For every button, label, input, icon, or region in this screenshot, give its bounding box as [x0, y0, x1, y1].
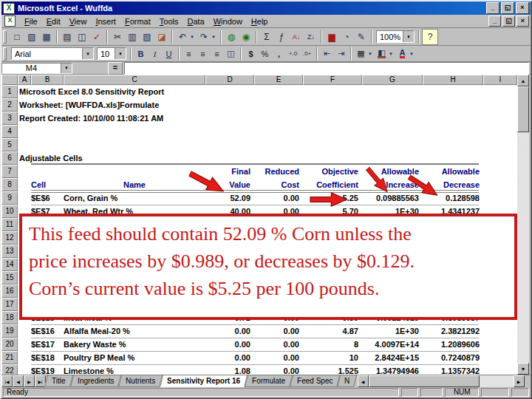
- scroll-down-icon[interactable]: ▼: [517, 363, 529, 375]
- row-header[interactable]: 16: [1, 284, 18, 298]
- first-tab-icon[interactable]: |◀: [1, 375, 13, 387]
- cell[interactable]: 0.00: [205, 340, 254, 349]
- row-header[interactable]: 7: [1, 165, 18, 178]
- cell[interactable]: 0.00: [254, 194, 303, 202]
- italic-icon[interactable]: I: [148, 47, 162, 61]
- web-toolbar-icon[interactable]: ◍: [224, 30, 239, 44]
- next-tab-icon[interactable]: ▶: [24, 375, 35, 387]
- cell[interactable]: $E$19: [31, 366, 64, 375]
- cell[interactable]: 0.00: [254, 353, 303, 362]
- column-header-c[interactable]: C: [64, 75, 205, 85]
- horizontal-scrollbar[interactable]: ◀ ▶: [358, 375, 525, 387]
- sort-descending-icon[interactable]: Z↓: [304, 30, 318, 44]
- column-header-e[interactable]: E: [254, 75, 303, 85]
- column-header-h[interactable]: H: [423, 75, 483, 85]
- cell[interactable]: Worksheet: [WUFFDA.xls]Formulate: [18, 100, 159, 109]
- menu-edit[interactable]: Edit: [42, 16, 65, 27]
- column-header-g[interactable]: G: [362, 75, 423, 85]
- redo-icon[interactable]: ↷: [197, 30, 211, 44]
- row-header[interactable]: 9: [1, 191, 18, 205]
- open-icon[interactable]: ▨: [24, 30, 39, 44]
- undo-dropdown-icon[interactable]: ▼: [190, 35, 197, 39]
- cell[interactable]: 2.3821292: [423, 327, 483, 335]
- column-header-d[interactable]: D: [205, 75, 254, 85]
- cell[interactable]: Microsoft Excel 8.0 Sensitivity Report: [18, 87, 164, 96]
- callout-box[interactable]: This feed should contain 52.09 % Corn un…: [19, 214, 517, 320]
- menu-view[interactable]: View: [65, 16, 92, 27]
- cell[interactable]: 1.525: [303, 366, 362, 375]
- cell[interactable]: Alfalfa Meal-20 %: [64, 327, 205, 335]
- redo-dropdown-icon[interactable]: ▼: [211, 35, 218, 39]
- menu-data[interactable]: Data: [183, 16, 208, 27]
- globe-icon[interactable]: ◉: [239, 30, 253, 44]
- restore-button[interactable]: ◱: [501, 2, 514, 14]
- cell[interactable]: 1.08: [205, 366, 254, 375]
- row-header[interactable]: 17: [1, 298, 18, 311]
- scroll-left-icon[interactable]: ◀: [358, 375, 369, 387]
- row-header[interactable]: 8: [1, 178, 18, 191]
- row-header[interactable]: 3: [1, 112, 18, 125]
- cell[interactable]: Name: [64, 180, 205, 189]
- tab-partial[interactable]: N: [337, 375, 357, 387]
- cell[interactable]: $E$17: [31, 340, 64, 349]
- fill-color-dropdown-icon[interactable]: ▼: [389, 52, 395, 56]
- doc-minimize-button[interactable]: _: [488, 16, 501, 27]
- tab-title[interactable]: Title: [44, 375, 73, 387]
- print-icon[interactable]: ▤: [60, 30, 75, 44]
- cell[interactable]: $E$16: [31, 327, 64, 335]
- vertical-scroll-thumb[interactable]: [517, 86, 529, 132]
- cell[interactable]: 2.8424E+15: [362, 353, 423, 362]
- cell[interactable]: Coefficient: [303, 180, 362, 189]
- column-header-b[interactable]: B: [31, 75, 64, 85]
- autosum-icon[interactable]: Σ: [259, 30, 274, 44]
- underline-icon[interactable]: U: [162, 47, 176, 61]
- sort-ascending-icon[interactable]: A↓: [289, 30, 304, 44]
- toolbar-grip[interactable]: [3, 47, 7, 61]
- name-box-dropdown-icon[interactable]: ▼: [61, 64, 72, 73]
- cell[interactable]: 0.00: [254, 366, 303, 375]
- font-name-combo[interactable]: Arial ▼: [11, 47, 94, 60]
- cell[interactable]: 10: [303, 353, 362, 362]
- tab-nutrients[interactable]: Nutrients: [118, 375, 163, 387]
- formula-input[interactable]: [124, 62, 529, 75]
- minimize-button[interactable]: _: [486, 2, 499, 14]
- menu-help[interactable]: Help: [247, 16, 273, 27]
- font-size-combo[interactable]: 10 ▼: [97, 47, 126, 60]
- row-header[interactable]: 10: [1, 205, 18, 218]
- menu-insert[interactable]: Insert: [91, 16, 120, 27]
- undo-icon[interactable]: ↶: [175, 30, 190, 44]
- decrease-indent-icon[interactable]: ⇤: [320, 47, 334, 61]
- scroll-up-icon[interactable]: ▲: [517, 75, 529, 86]
- zoom-dropdown-icon[interactable]: ▼: [403, 31, 414, 42]
- font-size-dropdown-icon[interactable]: ▼: [115, 48, 126, 59]
- row-header[interactable]: 12: [1, 231, 18, 245]
- decrease-decimal-icon[interactable]: .0+: [300, 47, 314, 61]
- merge-center-icon[interactable]: ◫: [224, 47, 238, 61]
- menu-tools[interactable]: Tools: [155, 16, 183, 27]
- toolbar-grip[interactable]: [3, 30, 7, 44]
- tab-formulate[interactable]: Formulate: [245, 375, 293, 387]
- cell[interactable]: 0.00: [205, 327, 254, 335]
- fill-color-icon[interactable]: ◧: [378, 49, 385, 58]
- cell[interactable]: 0.00: [205, 353, 254, 362]
- map-icon[interactable]: ◔: [339, 30, 354, 44]
- chart-wizard-icon[interactable]: ▆: [324, 30, 339, 44]
- borders-dropdown-icon[interactable]: ▼: [368, 52, 375, 56]
- cell[interactable]: $E$6: [31, 194, 64, 202]
- cell[interactable]: 0.00: [254, 340, 303, 349]
- column-header-a[interactable]: A: [18, 75, 31, 85]
- row-header[interactable]: 14: [1, 258, 18, 271]
- borders-icon[interactable]: ▦: [354, 47, 368, 61]
- name-box[interactable]: M4 ▼: [1, 63, 72, 74]
- title-bar[interactable]: X Microsoft Excel - Wuffda _ ◱ ×: [1, 1, 531, 15]
- scroll-right-icon[interactable]: ▶: [514, 375, 525, 387]
- paste-function-icon[interactable]: ƒ: [274, 30, 289, 44]
- cell[interactable]: 4.87: [303, 327, 362, 335]
- align-center-icon[interactable]: ≡: [196, 47, 210, 61]
- cell[interactable]: 0.09885563: [362, 194, 423, 202]
- select-all-corner[interactable]: [1, 75, 18, 85]
- assistant-icon[interactable]: ?: [422, 29, 438, 45]
- row-header[interactable]: 21: [1, 351, 18, 364]
- increase-indent-icon[interactable]: ⇥: [334, 47, 348, 61]
- row-header[interactable]: 15: [1, 271, 18, 284]
